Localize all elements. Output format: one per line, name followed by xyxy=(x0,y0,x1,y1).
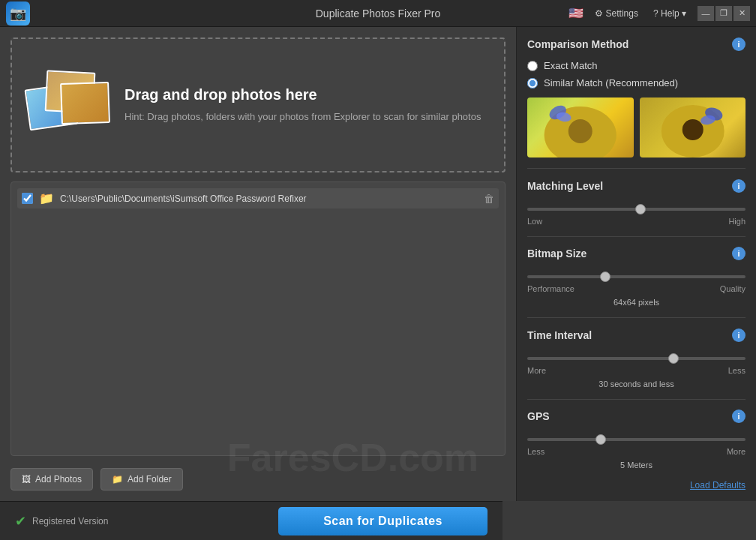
time-interval-header: Time Interval i xyxy=(527,328,746,342)
svg-point-7 xyxy=(703,105,724,122)
settings-button[interactable]: ⚙ Settings xyxy=(591,7,642,20)
divider-1 xyxy=(527,168,746,169)
matching-level-title: Matching Level xyxy=(527,180,603,192)
exact-match-radio-label[interactable]: Exact Match xyxy=(527,60,746,71)
folder-icon: 📁 xyxy=(39,191,54,206)
time-interval-section: Time Interval i More Less 30 seconds and… xyxy=(527,328,746,388)
bitmap-size-center-label: 64x64 pixels xyxy=(527,298,746,307)
photos-icon xyxy=(27,64,110,146)
svg-point-8 xyxy=(699,114,716,125)
scan-button[interactable]: Scan for Duplicates xyxy=(278,507,488,536)
gps-more: More xyxy=(727,447,746,456)
bitmap-size-labels: Performance Quality xyxy=(527,284,746,293)
svg-point-1 xyxy=(568,119,592,143)
matching-level-slider[interactable] xyxy=(527,208,746,211)
add-folder-icon: 📁 xyxy=(112,474,123,484)
similar-match-radio-label[interactable]: Similar Match (Recommended) xyxy=(527,77,746,88)
app-title: Duplicate Photos Fixer Pro xyxy=(316,8,441,20)
file-path: C:\Users\Public\Documents\iSumsoft Offic… xyxy=(60,194,478,204)
time-interval-center-label: 30 seconds and less xyxy=(527,380,746,388)
matching-level-labels: Low High xyxy=(527,217,746,226)
files-area[interactable]: 📁 C:\Users\Public\Documents\iSumsoft Off… xyxy=(10,182,506,456)
titlebar-right: 🇺🇸 ⚙ Settings ? Help ▾ — ❐ ✕ xyxy=(568,6,750,21)
time-interval-title: Time Interval xyxy=(527,329,592,341)
divider-2 xyxy=(527,236,746,237)
divider-3 xyxy=(527,317,746,318)
sunflower-svg-2 xyxy=(640,98,746,158)
delete-icon[interactable]: 🗑 xyxy=(484,193,494,205)
time-interval-info-icon[interactable]: i xyxy=(732,328,746,342)
registered-check-icon: ✔ xyxy=(15,513,26,530)
photo-card-3 xyxy=(60,82,110,124)
bitmap-size-title: Bitmap Size xyxy=(527,248,586,260)
svg-point-5 xyxy=(661,105,724,158)
svg-point-3 xyxy=(547,103,568,122)
help-button[interactable]: ? Help ▾ xyxy=(650,7,690,20)
matching-level-high: High xyxy=(728,217,746,226)
exact-match-radio[interactable] xyxy=(527,61,538,71)
sunflower-svg-1 xyxy=(527,98,634,158)
matching-level-low: Low xyxy=(527,217,542,226)
left-panel: Drag and drop photos here Hint: Drag pho… xyxy=(0,27,516,501)
comparison-image-1 xyxy=(527,98,634,158)
svg-point-6 xyxy=(682,119,703,140)
restore-button[interactable]: ❐ xyxy=(716,6,732,21)
time-interval-more: More xyxy=(527,366,546,375)
add-folder-label: Add Folder xyxy=(128,474,172,484)
gps-labels: Less More xyxy=(527,447,746,456)
gps-slider[interactable] xyxy=(527,438,746,441)
gps-title: GPS xyxy=(527,410,550,422)
similar-match-radio[interactable] xyxy=(527,78,538,88)
bitmap-size-section: Bitmap Size i Performance Quality 64x64 … xyxy=(527,247,746,307)
matching-level-info-icon[interactable]: i xyxy=(732,179,746,193)
similar-match-label: Similar Match (Recommended) xyxy=(544,77,678,88)
comparison-image-2 xyxy=(640,98,746,158)
time-interval-less: Less xyxy=(728,366,746,375)
bottom-actions: 🖼 Add Photos 📁 Add Folder xyxy=(10,465,506,490)
file-checkbox[interactable] xyxy=(22,193,33,204)
gps-header: GPS i xyxy=(527,410,746,423)
svg-point-0 xyxy=(544,106,616,158)
registered-label: Registered Version xyxy=(32,516,108,526)
bitmap-size-info-icon[interactable]: i xyxy=(732,247,746,260)
action-buttons: 🖼 Add Photos 📁 Add Folder xyxy=(10,468,183,490)
time-interval-slider[interactable] xyxy=(527,357,746,360)
time-interval-labels: More Less xyxy=(527,366,746,375)
add-photos-icon: 🖼 xyxy=(22,474,31,484)
titlebar-left: 📷 xyxy=(6,2,30,26)
svg-point-4 xyxy=(556,111,572,122)
main-container: Drag and drop photos here Hint: Drag pho… xyxy=(0,27,756,501)
exact-match-label: Exact Match xyxy=(544,60,598,71)
drag-drop-area[interactable]: Drag and drop photos here Hint: Drag pho… xyxy=(10,38,506,172)
add-photos-label: Add Photos xyxy=(35,474,82,484)
right-panel: Comparison Method i Exact Match Similar … xyxy=(516,27,756,501)
comparison-method-info-icon[interactable]: i xyxy=(732,38,746,51)
gps-info-icon[interactable]: i xyxy=(732,410,746,423)
comparison-images xyxy=(527,98,746,158)
divider-4 xyxy=(527,399,746,400)
comparison-method-header: Comparison Method i xyxy=(527,38,746,51)
svg-point-2 xyxy=(544,106,616,158)
titlebar: 📷 Duplicate Photos Fixer Pro 🇺🇸 ⚙ Settin… xyxy=(0,0,756,27)
gps-section: GPS i Less More 5 Meters xyxy=(527,410,746,470)
close-button[interactable]: ✕ xyxy=(734,6,750,21)
gps-less: Less xyxy=(527,447,544,456)
matching-level-header: Matching Level i xyxy=(527,179,746,193)
drag-hint: Hint: Drag photos, folders with your pho… xyxy=(124,110,481,124)
registered-info: ✔ Registered Version xyxy=(15,513,108,530)
bitmap-size-quality: Quality xyxy=(720,284,746,293)
bitmap-size-performance: Performance xyxy=(527,284,574,293)
drag-text: Drag and drop photos here Hint: Drag pho… xyxy=(124,86,481,124)
add-folder-button[interactable]: 📁 Add Folder xyxy=(100,468,183,490)
flag-icon: 🇺🇸 xyxy=(568,6,584,20)
comparison-method-title: Comparison Method xyxy=(527,38,628,50)
comparison-method-radio-group: Exact Match Similar Match (Recommended) xyxy=(527,60,746,88)
app-logo: 📷 xyxy=(6,2,30,26)
minimize-button[interactable]: — xyxy=(698,6,714,21)
bitmap-size-slider[interactable] xyxy=(527,275,746,278)
add-photos-button[interactable]: 🖼 Add Photos xyxy=(10,468,93,490)
bitmap-size-header: Bitmap Size i xyxy=(527,247,746,260)
scan-bar: ✔ Registered Version Scan for Duplicates xyxy=(0,501,502,540)
matching-level-section: Matching Level i Low High xyxy=(527,179,746,226)
load-defaults-button[interactable]: Load Defaults xyxy=(527,480,746,490)
